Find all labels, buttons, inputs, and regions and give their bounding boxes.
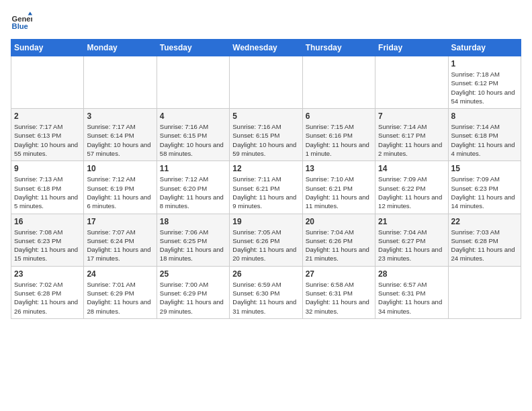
day-info: Sunrise: 7:09 AM Sunset: 6:22 PM Dayligh…: [378, 175, 445, 210]
day-info: Sunrise: 7:04 AM Sunset: 6:26 PM Dayligh…: [306, 228, 372, 263]
weekday-header: Tuesday: [157, 40, 229, 56]
weekday-header: Monday: [84, 40, 157, 56]
calendar-cell: 11Sunrise: 7:12 AM Sunset: 6:20 PM Dayli…: [157, 161, 229, 214]
day-number: 11: [160, 164, 226, 173]
day-number: 12: [232, 164, 299, 173]
calendar: SundayMondayTuesdayWednesdayThursdayFrid…: [11, 39, 521, 319]
calendar-cell: 27Sunrise: 6:58 AM Sunset: 6:31 PM Dayli…: [302, 266, 375, 318]
calendar-cell: [230, 56, 302, 109]
day-info: Sunrise: 7:14 AM Sunset: 6:17 PM Dayligh…: [378, 122, 445, 158]
calendar-cell: [84, 56, 157, 109]
calendar-cell: 16Sunrise: 7:08 AM Sunset: 6:23 PM Dayli…: [11, 214, 84, 266]
day-number: 22: [451, 217, 518, 226]
calendar-week-row: 9Sunrise: 7:13 AM Sunset: 6:18 PM Daylig…: [11, 161, 521, 214]
day-info: Sunrise: 6:58 AM Sunset: 6:31 PM Dayligh…: [306, 280, 372, 316]
calendar-week-row: 23Sunrise: 7:02 AM Sunset: 6:28 PM Dayli…: [11, 266, 521, 318]
day-number: 21: [378, 217, 445, 226]
day-number: 20: [306, 217, 372, 226]
weekday-header: Saturday: [448, 40, 521, 56]
svg-text:Blue: Blue: [12, 22, 28, 30]
calendar-header-row: SundayMondayTuesdayWednesdayThursdayFrid…: [11, 40, 521, 56]
day-info: Sunrise: 7:16 AM Sunset: 6:15 PM Dayligh…: [232, 122, 299, 158]
day-number: 16: [14, 217, 81, 226]
weekday-header: Sunday: [11, 40, 84, 56]
calendar-cell: 25Sunrise: 7:00 AM Sunset: 6:29 PM Dayli…: [157, 266, 229, 318]
calendar-cell: 18Sunrise: 7:06 AM Sunset: 6:25 PM Dayli…: [157, 214, 229, 266]
day-number: 2: [14, 111, 81, 121]
calendar-cell: 20Sunrise: 7:04 AM Sunset: 6:26 PM Dayli…: [302, 214, 375, 266]
day-info: Sunrise: 7:03 AM Sunset: 6:28 PM Dayligh…: [451, 228, 518, 263]
day-number: 28: [378, 269, 445, 279]
day-info: Sunrise: 7:00 AM Sunset: 6:29 PM Dayligh…: [160, 280, 226, 316]
calendar-cell: 23Sunrise: 7:02 AM Sunset: 6:28 PM Dayli…: [11, 266, 84, 318]
day-number: 8: [451, 111, 518, 121]
day-info: Sunrise: 7:05 AM Sunset: 6:26 PM Dayligh…: [232, 228, 299, 263]
day-info: Sunrise: 7:04 AM Sunset: 6:27 PM Dayligh…: [378, 228, 445, 263]
day-number: 9: [14, 164, 81, 173]
day-info: Sunrise: 7:07 AM Sunset: 6:24 PM Dayligh…: [87, 228, 153, 263]
day-number: 3: [87, 111, 153, 121]
calendar-cell: 4Sunrise: 7:16 AM Sunset: 6:15 PM Daylig…: [157, 109, 229, 161]
day-number: 26: [232, 269, 299, 279]
day-number: 23: [14, 269, 81, 279]
day-number: 5: [232, 111, 299, 121]
day-number: 24: [87, 269, 153, 279]
calendar-cell: [448, 266, 521, 318]
calendar-cell: 21Sunrise: 7:04 AM Sunset: 6:27 PM Dayli…: [375, 214, 448, 266]
calendar-cell: [375, 56, 448, 109]
weekday-header: Thursday: [302, 40, 375, 56]
day-info: Sunrise: 7:14 AM Sunset: 6:18 PM Dayligh…: [451, 122, 518, 158]
calendar-cell: 15Sunrise: 7:09 AM Sunset: 6:23 PM Dayli…: [448, 161, 521, 214]
day-info: Sunrise: 7:11 AM Sunset: 6:21 PM Dayligh…: [232, 175, 299, 210]
day-info: Sunrise: 7:10 AM Sunset: 6:21 PM Dayligh…: [306, 175, 372, 210]
day-info: Sunrise: 7:06 AM Sunset: 6:25 PM Dayligh…: [160, 228, 226, 263]
calendar-week-row: 2Sunrise: 7:17 AM Sunset: 6:13 PM Daylig…: [11, 109, 521, 161]
calendar-cell: [302, 56, 375, 109]
calendar-cell: 5Sunrise: 7:16 AM Sunset: 6:15 PM Daylig…: [230, 109, 302, 161]
svg-marker-2: [28, 12, 32, 15]
day-info: Sunrise: 7:17 AM Sunset: 6:13 PM Dayligh…: [14, 122, 81, 158]
day-number: 18: [160, 217, 226, 226]
calendar-cell: 12Sunrise: 7:11 AM Sunset: 6:21 PM Dayli…: [230, 161, 302, 214]
day-number: 19: [232, 217, 299, 226]
day-number: 1: [451, 59, 518, 68]
calendar-cell: 6Sunrise: 7:15 AM Sunset: 6:16 PM Daylig…: [302, 109, 375, 161]
calendar-body: 1Sunrise: 7:18 AM Sunset: 6:12 PM Daylig…: [11, 56, 521, 319]
calendar-cell: [157, 56, 229, 109]
day-info: Sunrise: 7:15 AM Sunset: 6:16 PM Dayligh…: [306, 122, 372, 158]
day-info: Sunrise: 7:18 AM Sunset: 6:12 PM Dayligh…: [451, 70, 518, 105]
day-number: 27: [306, 269, 372, 279]
day-number: 14: [378, 164, 445, 173]
day-number: 7: [378, 111, 445, 121]
day-info: Sunrise: 7:17 AM Sunset: 6:14 PM Dayligh…: [87, 122, 153, 158]
day-info: Sunrise: 7:16 AM Sunset: 6:15 PM Dayligh…: [160, 122, 226, 158]
calendar-cell: 14Sunrise: 7:09 AM Sunset: 6:22 PM Dayli…: [375, 161, 448, 214]
calendar-cell: 10Sunrise: 7:12 AM Sunset: 6:19 PM Dayli…: [84, 161, 157, 214]
day-info: Sunrise: 7:12 AM Sunset: 6:20 PM Dayligh…: [160, 175, 226, 210]
day-number: 4: [160, 111, 226, 121]
calendar-cell: 1Sunrise: 7:18 AM Sunset: 6:12 PM Daylig…: [448, 56, 521, 109]
day-info: Sunrise: 7:12 AM Sunset: 6:19 PM Dayligh…: [87, 175, 153, 210]
svg-text:General: General: [12, 15, 32, 23]
day-info: Sunrise: 7:13 AM Sunset: 6:18 PM Dayligh…: [14, 175, 81, 210]
day-info: Sunrise: 6:57 AM Sunset: 6:31 PM Dayligh…: [378, 280, 445, 316]
day-number: 25: [160, 269, 226, 279]
calendar-week-row: 1Sunrise: 7:18 AM Sunset: 6:12 PM Daylig…: [11, 56, 521, 109]
calendar-cell: 24Sunrise: 7:01 AM Sunset: 6:29 PM Dayli…: [84, 266, 157, 318]
calendar-cell: 22Sunrise: 7:03 AM Sunset: 6:28 PM Dayli…: [448, 214, 521, 266]
day-info: Sunrise: 7:09 AM Sunset: 6:23 PM Dayligh…: [451, 175, 518, 210]
day-number: 15: [451, 164, 518, 173]
calendar-cell: 13Sunrise: 7:10 AM Sunset: 6:21 PM Dayli…: [302, 161, 375, 214]
header: General Blue: [11, 11, 521, 32]
calendar-cell: 17Sunrise: 7:07 AM Sunset: 6:24 PM Dayli…: [84, 214, 157, 266]
calendar-cell: 26Sunrise: 6:59 AM Sunset: 6:30 PM Dayli…: [230, 266, 302, 318]
calendar-cell: 19Sunrise: 7:05 AM Sunset: 6:26 PM Dayli…: [230, 214, 302, 266]
calendar-week-row: 16Sunrise: 7:08 AM Sunset: 6:23 PM Dayli…: [11, 214, 521, 266]
day-number: 10: [87, 164, 153, 173]
day-number: 6: [306, 111, 372, 121]
day-info: Sunrise: 6:59 AM Sunset: 6:30 PM Dayligh…: [232, 280, 299, 316]
day-number: 17: [87, 217, 153, 226]
calendar-cell: 9Sunrise: 7:13 AM Sunset: 6:18 PM Daylig…: [11, 161, 84, 214]
calendar-cell: 28Sunrise: 6:57 AM Sunset: 6:31 PM Dayli…: [375, 266, 448, 318]
weekday-header: Wednesday: [230, 40, 302, 56]
